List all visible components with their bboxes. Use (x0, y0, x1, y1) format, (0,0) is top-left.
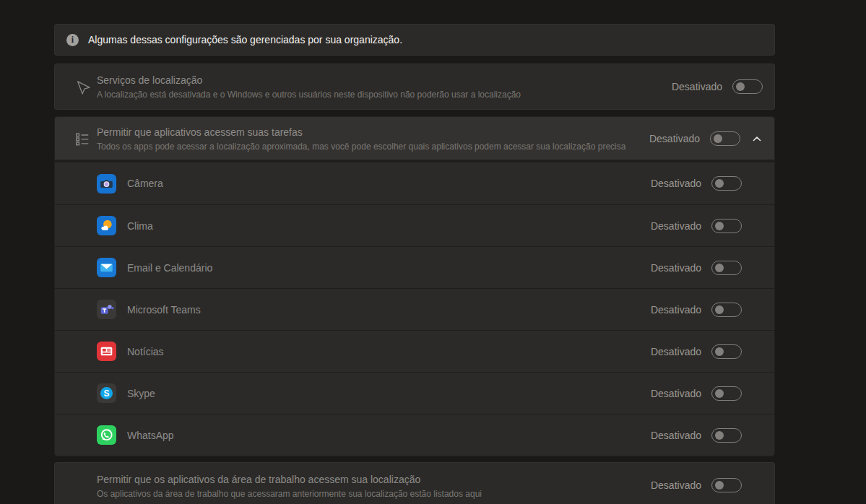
camera-toggle[interactable] (711, 176, 742, 191)
whatsapp-app-icon (97, 425, 116, 445)
app-name: WhatsApp (127, 430, 651, 441)
status-label: Desativado (651, 346, 701, 357)
settings-content: i Algumas dessas configurações são geren… (54, 24, 775, 504)
toggle-knob (715, 305, 724, 314)
toggle-knob (715, 264, 724, 272)
weather-app-icon (97, 216, 116, 235)
app-row-mail: Email e Calendário Desativado (55, 246, 774, 288)
app-status: Desativado (651, 344, 742, 359)
status-label: Desativado (649, 133, 700, 144)
app-status: Desativado (651, 261, 742, 275)
whatsapp-toggle[interactable] (711, 428, 742, 443)
app-name: Clima (127, 220, 651, 232)
mail-toggle[interactable] (711, 261, 742, 275)
news-app-icon (97, 342, 116, 361)
location-services-status: Desativado (672, 79, 763, 94)
app-name: Skype (127, 388, 651, 399)
toggle-knob (715, 389, 724, 398)
desktop-apps-title: Permitir que os aplicativos da área de t… (97, 472, 636, 487)
weather-toggle[interactable] (711, 219, 742, 233)
toggle-knob (715, 431, 724, 440)
desktop-apps-status: Desativado (651, 463, 742, 492)
location-services-text: Serviços de localização A localização es… (97, 73, 672, 100)
desktop-apps-card: Permitir que os aplicativos da área de t… (54, 462, 775, 504)
status-label: Desativado (651, 430, 701, 441)
app-row-news: Notícias Desativado (55, 330, 774, 372)
toggle-knob (715, 179, 724, 188)
skype-toggle[interactable] (711, 386, 742, 401)
app-row-whatsapp: WhatsApp Desativado (55, 414, 774, 456)
app-name: Microsoft Teams (127, 304, 651, 316)
teams-app-icon (97, 300, 116, 319)
apps-permission-status: Desativado (649, 131, 763, 146)
app-name: Email e Calendário (127, 262, 651, 274)
app-status: Desativado (651, 386, 742, 401)
apps-permission-subtitle: Todos os apps pode acessar a localização… (97, 141, 635, 152)
desktop-apps-text: Permitir que os aplicativos da área de t… (55, 463, 651, 500)
location-services-toggle[interactable] (732, 79, 763, 94)
mail-app-icon (97, 258, 116, 277)
app-status: Desativado (651, 303, 742, 317)
app-status: Desativado (651, 219, 742, 233)
app-row-camera: Câmera Desativado (55, 162, 774, 204)
location-arrow-icon (73, 78, 92, 95)
apps-permission-toggle[interactable] (710, 131, 740, 146)
apps-permission-title: Permitir que aplicativos acessem suas ta… (97, 125, 635, 139)
toggle-knob (714, 134, 722, 143)
location-services-title: Serviços de localização (97, 73, 657, 87)
apps-permission-group: Permitir que aplicativos acessem suas ta… (54, 116, 775, 456)
app-row-skype: S Skype Desativado (55, 372, 774, 414)
news-toggle[interactable] (711, 344, 742, 359)
status-label: Desativado (651, 262, 701, 274)
apps-permission-text: Permitir que aplicativos acessem suas ta… (97, 125, 649, 152)
status-label: Desativado (651, 178, 701, 189)
toggle-knob (715, 347, 724, 356)
banner-text: Algumas dessas configurações são gerenci… (88, 34, 402, 45)
toggle-knob (736, 82, 745, 91)
toggle-knob (715, 222, 724, 230)
app-row-teams: Microsoft Teams Desativado (55, 288, 774, 330)
desktop-apps-toggle[interactable] (711, 478, 742, 492)
camera-app-icon (97, 174, 116, 194)
managed-by-organization-banner: i Algumas dessas configurações são geren… (54, 24, 775, 56)
apps-permission-header[interactable]: Permitir que aplicativos acessem suas ta… (55, 117, 774, 162)
location-services-subtitle: A localização está desativada e o Window… (97, 89, 657, 100)
location-services-card: Serviços de localização A localização es… (54, 64, 775, 110)
toggle-knob (715, 481, 724, 490)
teams-toggle[interactable] (711, 303, 742, 317)
app-name: Câmera (127, 178, 651, 189)
app-list-icon (73, 130, 92, 147)
status-label: Desativado (651, 220, 701, 232)
status-label: Desativado (651, 304, 701, 316)
app-status: Desativado (651, 176, 742, 191)
svg-text:S: S (104, 388, 110, 399)
settings-page: i Algumas dessas configurações são geren… (0, 0, 866, 504)
app-name: Notícias (127, 346, 651, 357)
desktop-apps-subtitle: Os aplicativos da área de trabalho que a… (97, 488, 636, 500)
status-label: Desativado (651, 388, 701, 399)
skype-app-icon: S (97, 383, 116, 403)
status-label: Desativado (672, 81, 722, 92)
status-label: Desativado (651, 479, 701, 491)
chevron-up-icon[interactable] (750, 133, 763, 144)
app-row-weather: Clima Desativado (55, 204, 774, 246)
app-status: Desativado (651, 428, 742, 443)
info-icon: i (66, 34, 79, 46)
